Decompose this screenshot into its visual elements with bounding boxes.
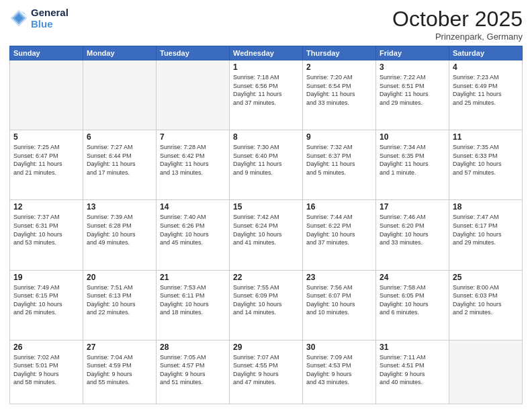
day-number: 22 [233,273,299,282]
day-number: 18 [453,202,519,212]
day-number: 29 [233,342,299,352]
day-number: 28 [160,342,226,352]
table-row: 17Sunrise: 7:46 AM Sunset: 6:20 PM Dayli… [376,200,449,270]
day-info: Sunrise: 7:28 AM Sunset: 6:42 PM Dayligh… [160,143,226,177]
table-row: 10Sunrise: 7:34 AM Sunset: 6:35 PM Dayli… [376,130,449,200]
day-info: Sunrise: 7:40 AM Sunset: 6:26 PM Dayligh… [160,213,226,246]
day-info: Sunrise: 7:49 AM Sunset: 6:15 PM Dayligh… [13,283,79,317]
table-row: 18Sunrise: 7:47 AM Sunset: 6:17 PM Dayli… [449,200,523,270]
day-info: Sunrise: 7:11 AM Sunset: 4:51 PM Dayligh… [380,353,445,387]
day-number: 7 [160,132,226,142]
day-info: Sunrise: 7:42 AM Sunset: 6:24 PM Dayligh… [233,213,299,246]
header: General Blue October 2025 Prinzenpark, G… [9,7,523,42]
table-row: 15Sunrise: 7:42 AM Sunset: 6:24 PM Dayli… [230,200,303,270]
day-info: Sunrise: 7:39 AM Sunset: 6:28 PM Dayligh… [87,213,152,246]
col-saturday: Saturday [449,46,523,60]
logo-text: General Blue [31,7,69,30]
col-monday: Monday [83,46,157,60]
day-number: 4 [453,62,519,72]
day-number: 23 [306,273,372,282]
table-row: 7Sunrise: 7:28 AM Sunset: 6:42 PM Daylig… [157,130,230,200]
table-row [10,60,83,130]
col-thursday: Thursday [303,46,376,60]
table-row: 24Sunrise: 7:58 AM Sunset: 6:05 PM Dayli… [376,270,449,340]
table-row: 3Sunrise: 7:22 AM Sunset: 6:51 PM Daylig… [376,60,449,130]
logo-icon [9,9,28,28]
table-row [449,340,523,404]
table-row: 19Sunrise: 7:49 AM Sunset: 6:15 PM Dayli… [10,270,83,340]
table-row: 14Sunrise: 7:40 AM Sunset: 6:26 PM Dayli… [157,200,230,270]
table-row: 22Sunrise: 7:55 AM Sunset: 6:09 PM Dayli… [230,270,303,340]
day-number: 13 [87,202,152,212]
title-block: October 2025 Prinzenpark, Germany [392,7,523,42]
day-number: 5 [13,132,79,142]
table-row: 20Sunrise: 7:51 AM Sunset: 6:13 PM Dayli… [83,270,157,340]
day-number: 20 [87,273,152,282]
col-wednesday: Wednesday [230,46,303,60]
table-row: 23Sunrise: 7:56 AM Sunset: 6:07 PM Dayli… [303,270,376,340]
table-row: 28Sunrise: 7:05 AM Sunset: 4:57 PM Dayli… [157,340,230,404]
table-row: 1Sunrise: 7:18 AM Sunset: 6:56 PM Daylig… [230,60,303,130]
day-info: Sunrise: 7:53 AM Sunset: 6:11 PM Dayligh… [160,283,226,317]
day-info: Sunrise: 7:04 AM Sunset: 4:59 PM Dayligh… [87,353,152,387]
table-row: 31Sunrise: 7:11 AM Sunset: 4:51 PM Dayli… [376,340,449,404]
day-number: 17 [380,202,445,212]
table-row: 2Sunrise: 7:20 AM Sunset: 6:54 PM Daylig… [303,60,376,130]
day-number: 10 [380,132,445,142]
day-number: 27 [87,342,152,352]
day-info: Sunrise: 7:02 AM Sunset: 5:01 PM Dayligh… [13,353,79,387]
day-number: 19 [13,273,79,282]
day-number: 12 [13,202,79,212]
table-row: 16Sunrise: 7:44 AM Sunset: 6:22 PM Dayli… [303,200,376,270]
location: Prinzenpark, Germany [392,32,523,42]
day-number: 15 [233,202,299,212]
day-info: Sunrise: 7:56 AM Sunset: 6:07 PM Dayligh… [306,283,372,317]
col-sunday: Sunday [10,46,83,60]
day-number: 6 [87,132,152,142]
day-info: Sunrise: 7:58 AM Sunset: 6:05 PM Dayligh… [380,283,445,317]
table-row: 12Sunrise: 7:37 AM Sunset: 6:31 PM Dayli… [10,200,83,270]
table-row: 6Sunrise: 7:27 AM Sunset: 6:44 PM Daylig… [83,130,157,200]
day-info: Sunrise: 7:05 AM Sunset: 4:57 PM Dayligh… [160,353,226,387]
day-number: 30 [306,342,372,352]
day-number: 24 [380,273,445,282]
day-info: Sunrise: 7:18 AM Sunset: 6:56 PM Dayligh… [233,73,299,107]
table-row: 11Sunrise: 7:35 AM Sunset: 6:33 PM Dayli… [449,130,523,200]
day-info: Sunrise: 7:23 AM Sunset: 6:49 PM Dayligh… [453,73,519,107]
month-title: October 2025 [392,7,523,32]
table-row [157,60,230,130]
table-row: 8Sunrise: 7:30 AM Sunset: 6:40 PM Daylig… [230,130,303,200]
day-number: 11 [453,132,519,142]
col-tuesday: Tuesday [157,46,230,60]
day-number: 1 [233,62,299,72]
day-info: Sunrise: 7:27 AM Sunset: 6:44 PM Dayligh… [87,143,152,177]
day-number: 8 [233,132,299,142]
day-info: Sunrise: 7:55 AM Sunset: 6:09 PM Dayligh… [233,283,299,317]
day-info: Sunrise: 7:25 AM Sunset: 6:47 PM Dayligh… [13,143,79,177]
day-number: 16 [306,202,372,212]
table-row [83,60,157,130]
day-number: 26 [13,342,79,352]
calendar-table: Sunday Monday Tuesday Wednesday Thursday… [9,46,523,404]
day-number: 3 [380,62,445,72]
table-row: 5Sunrise: 7:25 AM Sunset: 6:47 PM Daylig… [10,130,83,200]
table-row: 21Sunrise: 7:53 AM Sunset: 6:11 PM Dayli… [157,270,230,340]
day-info: Sunrise: 7:09 AM Sunset: 4:53 PM Dayligh… [306,353,372,387]
table-row: 9Sunrise: 7:32 AM Sunset: 6:37 PM Daylig… [303,130,376,200]
page: General Blue October 2025 Prinzenpark, G… [0,0,532,411]
day-number: 21 [160,273,226,282]
day-number: 14 [160,202,226,212]
day-number: 31 [380,342,445,352]
day-info: Sunrise: 8:00 AM Sunset: 6:03 PM Dayligh… [453,283,519,317]
table-row: 29Sunrise: 7:07 AM Sunset: 4:55 PM Dayli… [230,340,303,404]
table-row: 25Sunrise: 8:00 AM Sunset: 6:03 PM Dayli… [449,270,523,340]
day-info: Sunrise: 7:51 AM Sunset: 6:13 PM Dayligh… [87,283,152,317]
day-info: Sunrise: 7:35 AM Sunset: 6:33 PM Dayligh… [453,143,519,177]
day-info: Sunrise: 7:30 AM Sunset: 6:40 PM Dayligh… [233,143,299,177]
day-info: Sunrise: 7:46 AM Sunset: 6:20 PM Dayligh… [380,213,445,246]
table-row: 26Sunrise: 7:02 AM Sunset: 5:01 PM Dayli… [10,340,83,404]
calendar-header-row: Sunday Monday Tuesday Wednesday Thursday… [10,46,523,60]
table-row: 27Sunrise: 7:04 AM Sunset: 4:59 PM Dayli… [83,340,157,404]
table-row: 4Sunrise: 7:23 AM Sunset: 6:49 PM Daylig… [449,60,523,130]
logo: General Blue [9,7,69,30]
